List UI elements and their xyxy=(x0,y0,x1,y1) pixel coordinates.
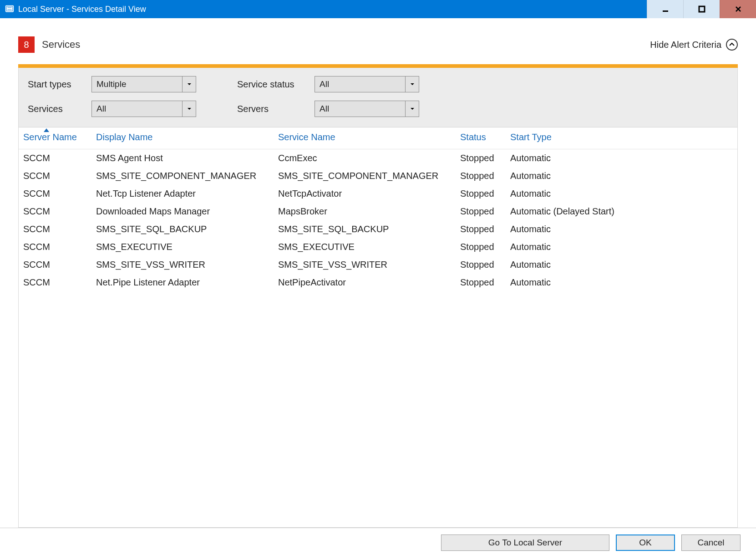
collapse-criteria-button[interactable] xyxy=(726,39,738,51)
servers-combo[interactable]: All xyxy=(315,101,419,117)
cell-display: Net.Tcp Listener Adapter xyxy=(91,185,274,203)
col-status[interactable]: Status xyxy=(456,127,506,149)
services-label: Services xyxy=(28,104,91,114)
cell-start: Automatic xyxy=(506,149,737,168)
service-status-value: All xyxy=(315,76,405,92)
alert-count-badge: 8 xyxy=(18,36,35,53)
cell-server: SCCM xyxy=(19,185,91,203)
services-value: All xyxy=(92,101,182,117)
cell-start: Automatic xyxy=(506,238,737,256)
table-row[interactable]: SCCMSMS_EXECUTIVESMS_EXECUTIVEStoppedAut… xyxy=(19,238,737,256)
cell-status: Stopped xyxy=(456,256,506,274)
window-controls xyxy=(647,0,756,18)
cell-status: Stopped xyxy=(456,203,506,220)
section-title: Services xyxy=(42,39,80,51)
titlebar: Local Server - Services Detail View xyxy=(0,0,756,18)
servers-value: All xyxy=(315,101,405,117)
cell-display: Downloaded Maps Manager xyxy=(91,203,274,220)
cell-status: Stopped xyxy=(456,220,506,238)
service-status-combo[interactable]: All xyxy=(315,76,419,92)
cell-service: SMS_EXECUTIVE xyxy=(274,238,456,256)
close-button[interactable] xyxy=(720,0,756,18)
window-title: Local Server - Services Detail View xyxy=(17,5,647,14)
chevron-down-icon[interactable] xyxy=(182,101,196,117)
col-server-name[interactable]: Server Name xyxy=(19,127,91,149)
cell-server: SCCM xyxy=(19,238,91,256)
chevron-down-icon[interactable] xyxy=(405,101,419,117)
cell-display: Net.Pipe Listener Adapter xyxy=(91,274,274,291)
services-table-wrap: Server Name Display Name Service Name St… xyxy=(18,127,738,528)
table-row[interactable]: SCCMNet.Tcp Listener AdapterNetTcpActiva… xyxy=(19,185,737,203)
table-row[interactable]: SCCMNet.Pipe Listener AdapterNetPipeActi… xyxy=(19,274,737,291)
cancel-button[interactable]: Cancel xyxy=(681,535,741,551)
go-to-local-server-button[interactable]: Go To Local Server xyxy=(441,535,609,551)
panel: Start types Multiple Service status All … xyxy=(0,64,756,528)
table-row[interactable]: SCCMSMS_SITE_COMPONENT_MANAGERSMS_SITE_C… xyxy=(19,167,737,185)
svg-rect-2 xyxy=(7,9,12,10)
cell-server: SCCM xyxy=(19,167,91,185)
table-row[interactable]: SCCMDownloaded Maps ManagerMapsBrokerSto… xyxy=(19,203,737,220)
services-combo[interactable]: All xyxy=(91,101,196,117)
table-row[interactable]: SCCMSMS_SITE_SQL_BACKUPSMS_SITE_SQL_BACK… xyxy=(19,220,737,238)
cell-start: Automatic xyxy=(506,274,737,291)
cell-status: Stopped xyxy=(456,149,506,168)
servers-label: Servers xyxy=(237,104,315,114)
cell-status: Stopped xyxy=(456,167,506,185)
start-types-combo[interactable]: Multiple xyxy=(91,76,196,92)
minimize-button[interactable] xyxy=(647,0,683,18)
cell-server: SCCM xyxy=(19,220,91,238)
content-area: 8 Services Hide Alert Criteria Start typ… xyxy=(0,18,756,560)
cell-display: SMS_SITE_VSS_WRITER xyxy=(91,256,274,274)
section-header: 8 Services Hide Alert Criteria xyxy=(0,18,756,64)
cell-service: NetPipeActivator xyxy=(274,274,456,291)
cell-start: Automatic xyxy=(506,220,737,238)
cell-start: Automatic xyxy=(506,185,737,203)
col-service-name[interactable]: Service Name xyxy=(274,127,456,149)
col-start-type[interactable]: Start Type xyxy=(506,127,737,149)
svg-rect-4 xyxy=(699,6,705,12)
start-types-value: Multiple xyxy=(92,76,182,92)
table-row[interactable]: SCCMSMS Agent HostCcmExecStoppedAutomati… xyxy=(19,149,737,168)
col-display-name[interactable]: Display Name xyxy=(91,127,274,149)
services-table: Server Name Display Name Service Name St… xyxy=(19,127,737,291)
ok-button[interactable]: OK xyxy=(616,535,675,551)
alert-accent-bar xyxy=(18,64,738,68)
svg-rect-3 xyxy=(663,10,668,12)
cell-status: Stopped xyxy=(456,274,506,291)
cell-display: SMS_EXECUTIVE xyxy=(91,238,274,256)
cell-start: Automatic xyxy=(506,256,737,274)
table-row[interactable]: SCCMSMS_SITE_VSS_WRITERSMS_SITE_VSS_WRIT… xyxy=(19,256,737,274)
dialog-footer: Go To Local Server OK Cancel xyxy=(0,528,756,560)
cell-service: CcmExec xyxy=(274,149,456,168)
cell-status: Stopped xyxy=(456,185,506,203)
svg-rect-1 xyxy=(7,7,12,8)
cell-status: Stopped xyxy=(456,238,506,256)
filter-panel: Start types Multiple Service status All … xyxy=(18,68,738,127)
cell-service: MapsBroker xyxy=(274,203,456,220)
cell-display: SMS Agent Host xyxy=(91,149,274,168)
chevron-down-icon[interactable] xyxy=(182,76,196,92)
cell-start: Automatic (Delayed Start) xyxy=(506,203,737,220)
cell-service: NetTcpActivator xyxy=(274,185,456,203)
cell-server: SCCM xyxy=(19,274,91,291)
cell-server: SCCM xyxy=(19,256,91,274)
cell-display: SMS_SITE_SQL_BACKUP xyxy=(91,220,274,238)
cell-service: SMS_SITE_SQL_BACKUP xyxy=(274,220,456,238)
app-icon xyxy=(5,4,15,14)
cell-service: SMS_SITE_COMPONENT_MANAGER xyxy=(274,167,456,185)
cell-server: SCCM xyxy=(19,203,91,220)
service-status-label: Service status xyxy=(237,79,315,90)
maximize-button[interactable] xyxy=(683,0,720,18)
cell-server: SCCM xyxy=(19,149,91,168)
cell-service: SMS_SITE_VSS_WRITER xyxy=(274,256,456,274)
chevron-down-icon[interactable] xyxy=(405,76,419,92)
cell-display: SMS_SITE_COMPONENT_MANAGER xyxy=(91,167,274,185)
start-types-label: Start types xyxy=(28,79,91,90)
cell-start: Automatic xyxy=(506,167,737,185)
hide-alert-criteria-label[interactable]: Hide Alert Criteria xyxy=(650,40,721,50)
